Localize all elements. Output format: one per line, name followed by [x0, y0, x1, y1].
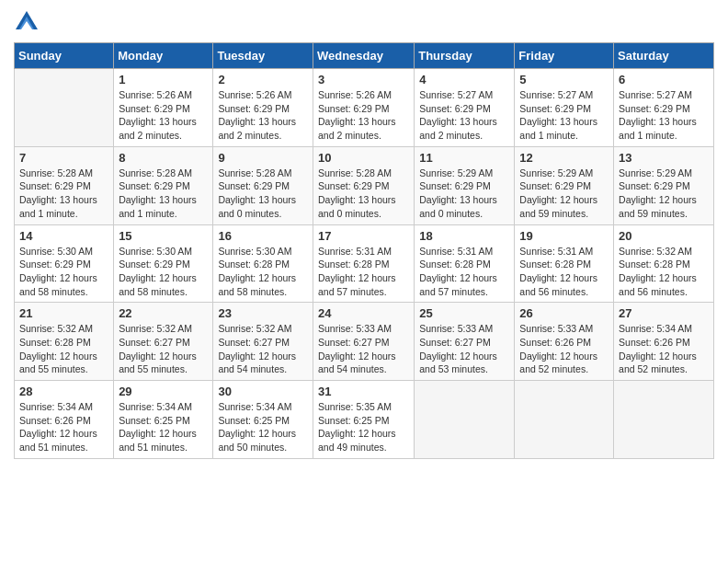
header [14, 9, 714, 35]
day-cell: 1Sunrise: 5:26 AMSunset: 6:29 PMDaylight… [114, 69, 213, 147]
day-number: 17 [318, 229, 409, 243]
day-detail: Sunrise: 5:32 AMSunset: 6:27 PMDaylight:… [119, 322, 208, 376]
day-detail: Sunrise: 5:31 AMSunset: 6:28 PMDaylight:… [519, 245, 609, 299]
day-cell: 13Sunrise: 5:29 AMSunset: 6:29 PMDayligh… [614, 146, 714, 224]
day-detail: Sunrise: 5:31 AMSunset: 6:28 PMDaylight:… [419, 245, 509, 299]
day-cell [15, 69, 114, 147]
day-number: 13 [619, 151, 709, 165]
header-cell-sunday: Sunday [15, 43, 114, 69]
day-cell: 14Sunrise: 5:30 AMSunset: 6:29 PMDayligh… [15, 224, 114, 303]
header-cell-wednesday: Wednesday [313, 43, 414, 69]
day-number: 16 [218, 229, 308, 243]
day-detail: Sunrise: 5:33 AMSunset: 6:27 PMDaylight:… [318, 322, 409, 376]
day-detail: Sunrise: 5:34 AMSunset: 6:26 PMDaylight:… [619, 322, 709, 376]
day-detail: Sunrise: 5:27 AMSunset: 6:29 PMDaylight:… [619, 88, 709, 143]
day-detail: Sunrise: 5:27 AMSunset: 6:29 PMDaylight:… [519, 88, 609, 143]
day-cell: 9Sunrise: 5:28 AMSunset: 6:29 PMDaylight… [213, 146, 313, 224]
week-row-3: 14Sunrise: 5:30 AMSunset: 6:29 PMDayligh… [15, 224, 714, 303]
day-cell: 27Sunrise: 5:34 AMSunset: 6:26 PMDayligh… [614, 303, 714, 381]
day-detail: Sunrise: 5:28 AMSunset: 6:29 PMDaylight:… [19, 167, 108, 221]
day-cell: 24Sunrise: 5:33 AMSunset: 6:27 PMDayligh… [313, 303, 414, 381]
day-detail: Sunrise: 5:34 AMSunset: 6:25 PMDaylight:… [218, 400, 308, 454]
week-row-2: 7Sunrise: 5:28 AMSunset: 6:29 PMDaylight… [15, 146, 714, 224]
day-cell: 19Sunrise: 5:31 AMSunset: 6:28 PMDayligh… [515, 224, 614, 303]
day-number: 11 [419, 151, 509, 165]
day-detail: Sunrise: 5:28 AMSunset: 6:29 PMDaylight:… [119, 167, 208, 221]
day-cell: 25Sunrise: 5:33 AMSunset: 6:27 PMDayligh… [415, 303, 515, 381]
day-number: 3 [318, 73, 409, 86]
day-detail: Sunrise: 5:26 AMSunset: 6:29 PMDaylight:… [318, 88, 409, 143]
header-cell-monday: Monday [114, 43, 213, 69]
day-cell: 7Sunrise: 5:28 AMSunset: 6:29 PMDaylight… [15, 146, 114, 224]
week-row-4: 21Sunrise: 5:32 AMSunset: 6:28 PMDayligh… [15, 303, 714, 381]
day-number: 14 [19, 229, 108, 243]
day-number: 18 [419, 229, 509, 243]
day-detail: Sunrise: 5:32 AMSunset: 6:28 PMDaylight:… [619, 245, 709, 299]
day-cell: 30Sunrise: 5:34 AMSunset: 6:25 PMDayligh… [213, 381, 313, 459]
day-cell: 22Sunrise: 5:32 AMSunset: 6:27 PMDayligh… [114, 303, 213, 381]
day-cell: 10Sunrise: 5:28 AMSunset: 6:29 PMDayligh… [313, 146, 414, 224]
day-cell [415, 381, 515, 459]
day-number: 19 [519, 229, 609, 243]
day-cell [614, 381, 714, 459]
day-cell: 28Sunrise: 5:34 AMSunset: 6:26 PMDayligh… [15, 381, 114, 459]
day-cell: 12Sunrise: 5:29 AMSunset: 6:29 PMDayligh… [515, 146, 614, 224]
day-number: 7 [19, 151, 108, 165]
header-cell-saturday: Saturday [614, 43, 714, 69]
day-number: 15 [119, 229, 208, 243]
day-detail: Sunrise: 5:30 AMSunset: 6:28 PMDaylight:… [218, 245, 308, 299]
day-detail: Sunrise: 5:29 AMSunset: 6:29 PMDaylight:… [619, 167, 709, 221]
day-number: 9 [218, 151, 308, 165]
day-detail: Sunrise: 5:31 AMSunset: 6:28 PMDaylight:… [318, 245, 409, 299]
day-number: 22 [119, 306, 208, 320]
day-number: 23 [218, 306, 308, 320]
logo-icon [14, 9, 40, 35]
day-detail: Sunrise: 5:33 AMSunset: 6:27 PMDaylight:… [419, 322, 509, 376]
day-number: 1 [119, 73, 208, 86]
day-cell: 2Sunrise: 5:26 AMSunset: 6:29 PMDaylight… [213, 69, 313, 147]
header-row: SundayMondayTuesdayWednesdayThursdayFrid… [15, 43, 714, 69]
day-detail: Sunrise: 5:29 AMSunset: 6:29 PMDaylight:… [419, 167, 509, 221]
header-cell-friday: Friday [515, 43, 614, 69]
day-cell: 15Sunrise: 5:30 AMSunset: 6:29 PMDayligh… [114, 224, 213, 303]
day-number: 27 [619, 306, 709, 320]
day-cell: 26Sunrise: 5:33 AMSunset: 6:26 PMDayligh… [515, 303, 614, 381]
day-cell [515, 381, 614, 459]
day-cell: 5Sunrise: 5:27 AMSunset: 6:29 PMDaylight… [515, 69, 614, 147]
day-cell: 3Sunrise: 5:26 AMSunset: 6:29 PMDaylight… [313, 69, 414, 147]
day-number: 2 [218, 73, 308, 86]
day-number: 25 [419, 306, 509, 320]
day-number: 29 [119, 385, 208, 398]
day-detail: Sunrise: 5:32 AMSunset: 6:28 PMDaylight:… [19, 322, 108, 376]
day-number: 28 [19, 385, 108, 398]
day-detail: Sunrise: 5:28 AMSunset: 6:29 PMDaylight:… [218, 167, 308, 221]
logo [14, 9, 43, 35]
header-cell-tuesday: Tuesday [213, 43, 313, 69]
calendar-table: SundayMondayTuesdayWednesdayThursdayFrid… [14, 42, 714, 459]
day-number: 21 [19, 306, 108, 320]
day-detail: Sunrise: 5:30 AMSunset: 6:29 PMDaylight:… [19, 245, 108, 299]
day-cell: 17Sunrise: 5:31 AMSunset: 6:28 PMDayligh… [313, 224, 414, 303]
day-cell: 31Sunrise: 5:35 AMSunset: 6:25 PMDayligh… [313, 381, 414, 459]
day-cell: 29Sunrise: 5:34 AMSunset: 6:25 PMDayligh… [114, 381, 213, 459]
day-number: 20 [619, 229, 709, 243]
day-number: 10 [318, 151, 409, 165]
day-number: 5 [519, 73, 609, 86]
day-number: 12 [519, 151, 609, 165]
day-detail: Sunrise: 5:26 AMSunset: 6:29 PMDaylight:… [119, 88, 208, 143]
day-detail: Sunrise: 5:29 AMSunset: 6:29 PMDaylight:… [519, 167, 609, 221]
day-cell: 4Sunrise: 5:27 AMSunset: 6:29 PMDaylight… [415, 69, 515, 147]
day-number: 6 [619, 73, 709, 86]
day-detail: Sunrise: 5:34 AMSunset: 6:25 PMDaylight:… [119, 400, 208, 454]
day-detail: Sunrise: 5:28 AMSunset: 6:29 PMDaylight:… [318, 167, 409, 221]
day-detail: Sunrise: 5:32 AMSunset: 6:27 PMDaylight:… [218, 322, 308, 376]
day-cell: 18Sunrise: 5:31 AMSunset: 6:28 PMDayligh… [415, 224, 515, 303]
day-number: 26 [519, 306, 609, 320]
week-row-5: 28Sunrise: 5:34 AMSunset: 6:26 PMDayligh… [15, 381, 714, 459]
day-number: 30 [218, 385, 308, 398]
day-number: 31 [318, 385, 409, 398]
day-cell: 23Sunrise: 5:32 AMSunset: 6:27 PMDayligh… [213, 303, 313, 381]
day-number: 4 [419, 73, 509, 86]
day-number: 8 [119, 151, 208, 165]
day-cell: 6Sunrise: 5:27 AMSunset: 6:29 PMDaylight… [614, 69, 714, 147]
